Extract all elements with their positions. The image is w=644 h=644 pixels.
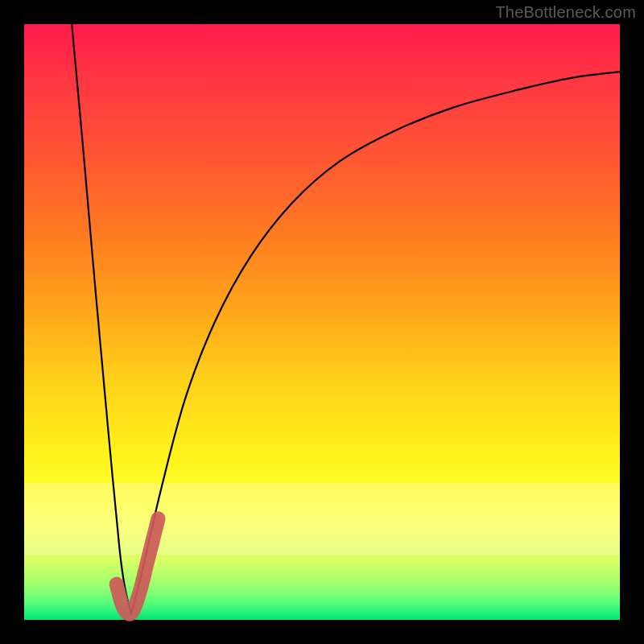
left-branch-curve: [72, 24, 131, 614]
plot-area: [24, 24, 620, 620]
watermark-text: TheBottleneck.com: [495, 3, 636, 22]
bottom-highlight-curve: [117, 518, 159, 614]
right-branch-curve: [131, 72, 620, 613]
chart-frame: TheBottleneck.com: [0, 0, 644, 644]
curve-layer: [24, 24, 620, 620]
